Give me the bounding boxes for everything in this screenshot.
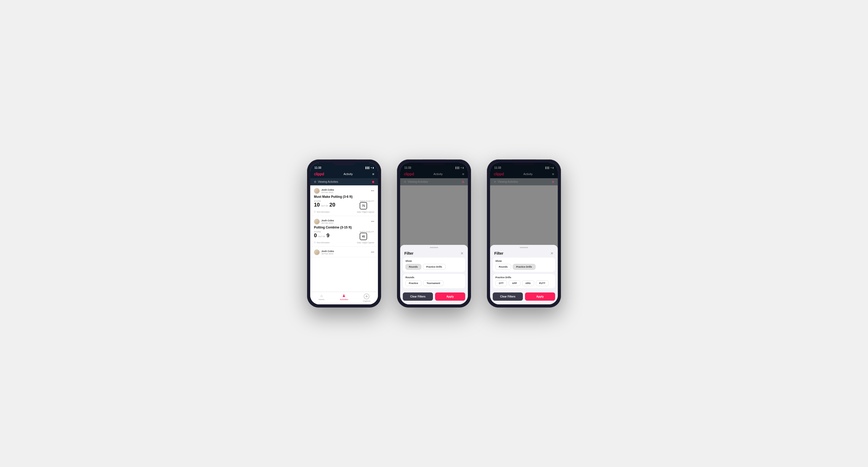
- filter-close-2[interactable]: ✕: [460, 251, 464, 255]
- activity-info-2: ⓘ Test Information: [314, 241, 330, 244]
- practice-drills-btn-3[interactable]: Practice Drills: [513, 264, 535, 270]
- filter-header-2: Filter ✕: [400, 250, 468, 257]
- tournament-btn-2[interactable]: Tournament: [423, 280, 443, 286]
- app-header-1: clippd Activity ≡: [310, 170, 378, 178]
- app-btn-3[interactable]: APP: [508, 280, 521, 286]
- filter-show-section-3: Show Rounds Practice Drills: [493, 257, 555, 272]
- filter-header-3: Filter ✕: [490, 250, 558, 257]
- drills-section-label-3: Practice Drills: [495, 276, 553, 279]
- avatar-2: [314, 219, 320, 224]
- activity-user-3: Josh Coles 28 Feb 2023: [314, 249, 334, 255]
- rounds-buttons-2: Practice Tournament: [405, 280, 463, 286]
- clear-filters-btn-2[interactable]: Clear Filters: [403, 292, 433, 301]
- filter-rounds-section-2: Rounds Practice Tournament: [403, 274, 465, 288]
- filter-drills-section-3: Practice Drills OTT APP ARG PUTT: [493, 274, 555, 288]
- activity-stats-1: Score 10 OUT OF 20 Shot Quality 75: [314, 200, 374, 210]
- activity-data-1: Data: Clippd Capture: [357, 211, 374, 213]
- activity-title-2: Putting Combine (3-15 ft): [314, 225, 374, 229]
- phone-2-screen: 11:33 ▌▌▌ ▾ ▮ clippd Activity ≡ ⚙ Viewin…: [400, 163, 468, 304]
- filter-show-section-2: Show Rounds Practice Drills: [403, 257, 465, 272]
- out-of-1: OUT OF: [321, 205, 328, 207]
- shots-value-1: 20: [330, 202, 335, 207]
- apply-btn-2[interactable]: Apply: [435, 292, 465, 301]
- notch: [332, 159, 356, 165]
- rounds-section-label-2: Rounds: [405, 276, 463, 279]
- bottom-nav-1: ⌂ Home ♟ Activities + Capture: [310, 292, 378, 304]
- phone-1-screen: 11:33 ▌▌▌ ▾ ▮ clippd Activity ≡ ⚙ Viewin…: [310, 163, 378, 304]
- filter-actions-3: Clear Filters Apply: [490, 290, 558, 304]
- viewing-bar-text-1: Viewing Activities: [318, 180, 338, 183]
- phone-3-screen: 11:33 ▌▌▌ ▾ ▮ clippd Activity ≡ ⚙ Viewin…: [490, 163, 558, 304]
- show-buttons-2: Rounds Practice Drills: [405, 264, 463, 270]
- battery-icon-1: ▮: [373, 166, 374, 169]
- activity-item-2[interactable]: Josh Coles 28 Feb 2023 ••• Putting Combi…: [310, 216, 378, 247]
- shot-quality-badge-2: 45: [360, 233, 367, 240]
- score-value-2: 0: [314, 233, 317, 238]
- shot-quality-label-2: Shot Quality: [360, 231, 374, 233]
- clippd-logo-1: clippd: [314, 172, 324, 176]
- user-name-1: Josh Coles: [321, 189, 334, 191]
- filter-actions-2: Clear Filters Apply: [400, 290, 468, 304]
- user-name-2: Josh Coles: [321, 219, 334, 222]
- clear-filters-btn-3[interactable]: Clear Filters: [493, 292, 523, 301]
- status-icons-1: ▌▌▌ ▾ ▮: [366, 166, 374, 169]
- practice-drills-btn-2[interactable]: Practice Drills: [423, 264, 446, 270]
- filter-title-2: Filter: [404, 251, 413, 255]
- show-buttons-3: Rounds Practice Drills: [495, 264, 553, 270]
- phone-3: 11:33 ▌▌▌ ▾ ▮ clippd Activity ≡ ⚙ Viewin…: [487, 159, 561, 308]
- activity-footer-2: ⓘ Test Information Data: Clippd Capture: [314, 241, 374, 244]
- ott-btn-3[interactable]: OTT: [495, 280, 507, 286]
- home-label-1: Home: [319, 298, 324, 301]
- practice-round-btn-2[interactable]: Practice: [405, 280, 422, 286]
- drills-buttons-3: OTT APP ARG PUTT: [495, 280, 553, 286]
- apply-btn-3[interactable]: Apply: [525, 292, 555, 301]
- capture-icon-1: +: [364, 293, 369, 299]
- filter-sheet-2: Filter ✕ Show Rounds Practice Drills Rou…: [400, 245, 468, 304]
- user-date-1: 28 Feb 2023: [321, 191, 334, 193]
- score-value-1: 10: [314, 202, 320, 207]
- header-title-1: Activity: [344, 173, 353, 176]
- signal-icon-1: ▌▌▌: [366, 166, 370, 169]
- activity-info-1: ⓘ Test Information: [314, 211, 330, 213]
- user-name-3: Josh Coles: [321, 250, 334, 253]
- nav-home-1[interactable]: ⌂ Home: [310, 292, 333, 304]
- activity-item-1[interactable]: Josh Coles 28 Feb 2023 ••• Must Make Put…: [310, 185, 378, 216]
- filter-overlay-2: Filter ✕ Show Rounds Practice Drills Rou…: [400, 163, 468, 304]
- filter-handle-3: [520, 247, 528, 248]
- activity-stats-2: Score 0 OUT OF 9 Shot Quality 45: [314, 231, 374, 240]
- rounds-btn-3[interactable]: Rounds: [495, 264, 511, 270]
- shot-quality-label-1: Shot Quality: [360, 200, 374, 202]
- activity-data-2: Data: Clippd Capture: [357, 242, 374, 244]
- show-label-2: Show: [405, 260, 463, 262]
- putt-btn-3[interactable]: PUTT: [536, 280, 549, 286]
- activity-list-1: Josh Coles 28 Feb 2023 ••• Must Make Put…: [310, 185, 378, 292]
- filter-close-3[interactable]: ✕: [550, 251, 554, 255]
- filter-overlay-3: Filter ✕ Show Rounds Practice Drills Pra…: [490, 163, 558, 304]
- activities-label-1: Activities: [340, 298, 348, 301]
- capture-label-1: Capture: [363, 300, 370, 302]
- shot-quality-badge-1: 75: [360, 202, 367, 210]
- activity-user-2: Josh Coles 28 Feb 2023: [314, 219, 334, 224]
- avatar-3: [314, 249, 320, 255]
- avatar-1: [314, 188, 320, 194]
- arg-btn-3[interactable]: ARG: [522, 280, 534, 286]
- user-date-2: 28 Feb 2023: [321, 222, 334, 224]
- phone-1: 11:33 ▌▌▌ ▾ ▮ clippd Activity ≡ ⚙ Viewin…: [307, 159, 381, 308]
- nav-capture-1[interactable]: + Capture: [355, 292, 378, 304]
- filter-title-3: Filter: [494, 251, 503, 255]
- rounds-btn-2[interactable]: Rounds: [405, 264, 421, 270]
- activity-title-1: Must Make Putting (3-6 ft): [314, 195, 374, 198]
- phone-2: 11:33 ▌▌▌ ▾ ▮ clippd Activity ≡ ⚙ Viewin…: [397, 159, 471, 308]
- filter-sheet-3: Filter ✕ Show Rounds Practice Drills Pra…: [490, 245, 558, 304]
- menu-icon-1[interactable]: ≡: [372, 172, 374, 176]
- home-icon-1: ⌂: [320, 293, 322, 298]
- activity-item-3[interactable]: Josh Coles 28 Feb 2023 •••: [310, 247, 378, 257]
- more-btn-2[interactable]: •••: [371, 220, 374, 223]
- nav-activities-1[interactable]: ♟ Activities: [333, 292, 355, 304]
- activities-icon-1: ♟: [342, 293, 346, 298]
- viewing-bar-1[interactable]: ⚙ Viewing Activities: [310, 178, 378, 185]
- more-btn-3[interactable]: •••: [371, 250, 374, 254]
- show-label-3: Show: [495, 260, 553, 262]
- more-btn-1[interactable]: •••: [371, 189, 374, 193]
- filter-handle-2: [430, 247, 438, 248]
